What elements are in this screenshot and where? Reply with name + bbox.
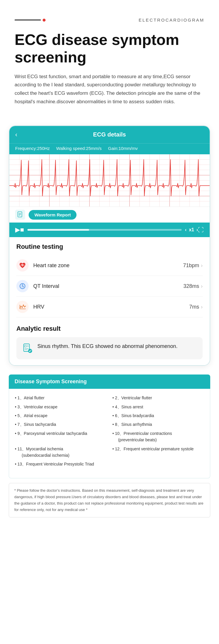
disease-item-1: • 1、Atrial flutter bbox=[15, 395, 107, 401]
disease-items-grid: • 1、Atrial flutter • 2、Ventricular flutt… bbox=[15, 395, 204, 468]
disease-screening-header: Disease Symptom Screening bbox=[9, 374, 210, 389]
hrv-arrow: › bbox=[201, 304, 203, 310]
category-label: ELECTROCARDIOGRAM bbox=[139, 18, 204, 22]
disclaimer-text: * Please follow the doctor's instruction… bbox=[9, 483, 210, 517]
frequency-label: Frequency:250Hz bbox=[15, 146, 50, 151]
disease-item-2: • 2、Ventricular flutter bbox=[112, 395, 204, 401]
routine-testing-section: Routine testing Heart rate zone 71bpm › bbox=[9, 237, 210, 320]
progress-fill bbox=[27, 229, 89, 231]
progress-bar[interactable] bbox=[27, 229, 181, 231]
document-icon bbox=[15, 210, 25, 220]
disease-screening-body: • 1、Atrial flutter • 2、Ventricular flutt… bbox=[9, 389, 210, 478]
heart-rate-arrow: › bbox=[201, 262, 203, 269]
back-button[interactable]: ‹ bbox=[15, 131, 17, 139]
phone-header: ‹ ECG details bbox=[9, 126, 210, 143]
stop-button[interactable]: ■ bbox=[20, 226, 24, 234]
hrv-icon bbox=[16, 301, 29, 313]
analytic-section-title: Analytic result bbox=[16, 325, 203, 332]
analytic-result-section: Analytic result Sinus rhythm. This ECG s… bbox=[9, 320, 210, 365]
header-line: ELECTROCARDIOGRAM bbox=[15, 18, 204, 22]
disease-item-6: • 6、Sinus bradycardia bbox=[112, 412, 204, 419]
waveform-btn-row: Waveform Report bbox=[9, 207, 210, 223]
decorative-line bbox=[15, 20, 41, 20]
disease-item-12: • 12、Frequent ventricular premature syst… bbox=[112, 446, 204, 459]
speed-control[interactable]: ‹ x1 › bbox=[185, 227, 198, 232]
hrv-label: HRV bbox=[33, 304, 189, 310]
speed-label: x1 bbox=[189, 227, 194, 232]
heart-rate-row[interactable]: Heart rate zone 71bpm › bbox=[16, 255, 203, 276]
phone-mockup: ‹ ECG details Frequency:250Hz Walking sp… bbox=[9, 125, 210, 366]
heart-rate-value: 71bpm bbox=[183, 262, 199, 269]
ecg-waveform-svg bbox=[9, 154, 210, 206]
playback-controls: ▶ ■ ‹ x1 › ⛶ bbox=[9, 223, 210, 237]
disease-item-3: • 3、Ventricular escape bbox=[15, 404, 107, 410]
page-title: ECG disease symptom screening bbox=[15, 31, 204, 66]
analytic-card: Sinus rhythm. This ECG showed no abnorma… bbox=[16, 337, 203, 359]
disease-item-5: • 5、Atrial escape bbox=[15, 412, 107, 419]
disease-item-4: • 4、Sinus arrest bbox=[112, 404, 204, 410]
phone-screen-title: ECG details bbox=[93, 131, 126, 138]
svg-point-45 bbox=[28, 349, 32, 353]
hrv-value: 7ms bbox=[189, 304, 199, 310]
ecg-info-bar: Frequency:250Hz Walking speed:25mm/s Gai… bbox=[9, 143, 210, 154]
hrv-row[interactable]: HRV 7ms › bbox=[16, 297, 203, 317]
play-button[interactable]: ▶ bbox=[15, 226, 20, 234]
qt-label: QT Interval bbox=[33, 283, 183, 289]
prev-speed-button[interactable]: ‹ bbox=[185, 227, 187, 232]
routine-section-title: Routine testing bbox=[16, 243, 203, 251]
heart-rate-icon bbox=[16, 259, 29, 272]
header-line-left bbox=[15, 19, 46, 22]
qt-interval-row[interactable]: QT Interval 328ms › bbox=[16, 276, 203, 297]
gain-label: Gain:10mm/mv bbox=[108, 146, 138, 151]
disease-item-8: • 8、Sinus arrhythmia bbox=[112, 421, 204, 428]
svg-rect-40 bbox=[25, 345, 26, 347]
expand-button[interactable]: ⛶ bbox=[198, 227, 204, 233]
disease-item-13: • 13、Frequent Ventricular Presystolic Tr… bbox=[15, 461, 204, 467]
walking-speed-label: Walking speed:25mm/s bbox=[56, 146, 102, 151]
disease-item-10: • 10、Preventricular contractions (preven… bbox=[112, 430, 204, 443]
qt-value: 328ms bbox=[183, 283, 199, 289]
analytic-result-text: Sinus rhythm. This ECG showed no abnorma… bbox=[37, 342, 178, 350]
analytic-icon bbox=[22, 342, 33, 354]
decorative-dot bbox=[43, 19, 46, 22]
disease-item-9: • 9、Paroxysmal ventricular tachycardia bbox=[15, 430, 107, 443]
disease-screening-section: Disease Symptom Screening • 1、Atrial flu… bbox=[9, 374, 210, 478]
page-description: Wrist ECG test function, smart and porta… bbox=[15, 73, 204, 106]
qt-arrow: › bbox=[201, 283, 203, 289]
heart-rate-label: Heart rate zone bbox=[33, 262, 183, 269]
disease-item-7: • 7、Sinus tachycardia bbox=[15, 421, 107, 428]
qt-icon bbox=[16, 280, 29, 292]
disease-item-11: • 11、Myocardial ischemia (subendocardial… bbox=[15, 446, 107, 459]
waveform-report-button[interactable]: Waveform Report bbox=[29, 210, 77, 220]
ecg-waveform-area bbox=[9, 154, 210, 207]
